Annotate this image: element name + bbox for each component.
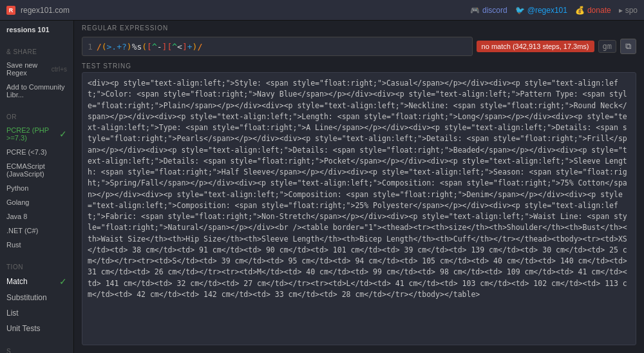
sidebar-item-list[interactable]: List	[0, 305, 73, 321]
test-string-header: TEST STRING	[82, 59, 636, 72]
share-section-label: & SHARE	[0, 42, 73, 58]
sidebar-item-python[interactable]: Python	[0, 181, 73, 195]
dotnet-label: .NET (C#)	[6, 227, 38, 234]
discord-label: discord	[482, 6, 507, 15]
content-area: REGULAR EXPRESSION 1 / ( >.+? ) %s ( [ ^…	[74, 21, 644, 353]
regex-char-class-2-close: ]	[182, 42, 187, 52]
regex-percent-s: %s	[132, 42, 142, 52]
spo-label: spo	[625, 6, 638, 15]
regex-bar: 1 / ( >.+? ) %s ( [ ^ - ] [ ^ < ] + ) / …	[74, 34, 644, 59]
spo-icon: ▸	[619, 6, 623, 15]
golang-label: Golang	[6, 198, 29, 206]
tools-section-label: S	[0, 341, 73, 353]
regex-dash: -	[157, 42, 162, 52]
regex-group-open: (	[102, 42, 107, 52]
save-regex-shortcut: ctrl+s	[52, 66, 67, 73]
sidebar-item-pcre2[interactable]: PCRE2 (PHP >=7.3) ✓	[0, 123, 73, 145]
sidebar-item-save-regex[interactable]: Save new Regex ctrl+s	[0, 58, 73, 80]
sidebar-item-unit-tests[interactable]: Unit Tests	[0, 321, 73, 336]
save-regex-label: Save new Regex	[6, 61, 52, 77]
regex-dot-plus: >.+?	[106, 42, 126, 52]
unit-tests-label: Unit Tests	[6, 324, 40, 333]
regex-caret: ^	[152, 42, 157, 52]
sidebar-item-add-community[interactable]: Add to Community Libr...	[0, 80, 73, 102]
regex-lt: <	[177, 42, 182, 52]
rust-label: Rust	[6, 241, 21, 249]
regex-group-open-2: (	[142, 42, 147, 52]
site-favicon: R	[6, 6, 15, 15]
regex-delimiter-open: /	[97, 42, 102, 52]
twitter-label: @regex101	[527, 6, 567, 15]
sidebar-item-golang[interactable]: Golang	[0, 195, 73, 209]
regex-flags-display[interactable]: gm	[598, 40, 616, 53]
sidebar-item-dotnet[interactable]: .NET (C#)	[0, 224, 73, 238]
regex-plus: +	[187, 42, 193, 52]
sidebar-item-expressions[interactable]: ressions 101	[0, 21, 73, 37]
discord-link[interactable]: 🎮 discord	[470, 6, 507, 15]
regex-char-class-close: ]	[162, 42, 167, 52]
twitter-link[interactable]: 🐦 @regex101	[515, 6, 567, 15]
ecmascript-label: ECMAScript (JavaScript)	[6, 162, 67, 178]
test-string-section: TEST STRING <div><p style="text-align:le…	[74, 59, 644, 353]
python-label: Python	[6, 184, 28, 192]
site-title: regex101.com	[21, 6, 70, 15]
twitter-icon: 🐦	[515, 6, 525, 15]
match-label: Match	[6, 277, 28, 286]
donate-label: donate	[587, 6, 611, 15]
sidebar-expressions-label: ressions 101	[6, 26, 50, 33]
java8-label: Java 8	[6, 213, 27, 220]
top-bar-right: 🎮 discord 🐦 @regex101 💰 donate ▸ spo	[470, 6, 638, 15]
main-layout: ressions 101 & SHARE Save new Regex ctrl…	[0, 21, 644, 353]
top-bar: R regex101.com 🎮 discord 🐦 @regex101 💰 d…	[0, 0, 644, 21]
pcre2-check: ✓	[59, 129, 67, 139]
regex-input[interactable]: 1 / ( >.+? ) %s ( [ ^ - ] [ ^ < ] + ) /	[82, 37, 473, 56]
flavor-section-label: OR	[0, 107, 73, 123]
sidebar-item-java8[interactable]: Java 8	[0, 209, 73, 224]
test-string-content[interactable]: <div><p style="text-align:left;">Style: …	[82, 72, 636, 345]
regex-delimiter-close: /	[197, 42, 202, 52]
sidebar-item-substitution[interactable]: Substitution	[0, 290, 73, 305]
regex-line-number: 1	[88, 42, 93, 52]
match-status-badge: no match (342,913 steps, 17.3ms)	[477, 41, 594, 52]
sidebar-item-ecmascript[interactable]: ECMAScript (JavaScript)	[0, 159, 73, 181]
regex-group-close-2: )	[193, 42, 198, 52]
mode-section-label: TION	[0, 257, 73, 273]
add-community-label: Add to Community Libr...	[6, 83, 67, 99]
substitution-label: Substitution	[6, 293, 47, 302]
copy-regex-button[interactable]: ⧉	[620, 39, 636, 54]
spo-link[interactable]: ▸ spo	[619, 6, 638, 15]
regex-group-close-1: )	[127, 42, 132, 52]
sidebar-item-match[interactable]: Match ✓	[0, 273, 73, 290]
donate-link[interactable]: 💰 donate	[575, 6, 611, 15]
regex-caret-2: ^	[172, 42, 177, 52]
pcre-label: PCRE (<7.3)	[6, 148, 47, 156]
match-check: ✓	[59, 276, 67, 287]
regex-char-class-open: [	[147, 42, 152, 52]
sidebar-item-pcre[interactable]: PCRE (<7.3)	[0, 145, 73, 159]
sidebar: ressions 101 & SHARE Save new Regex ctrl…	[0, 21, 74, 353]
discord-icon: 🎮	[470, 6, 480, 15]
sidebar-item-rust[interactable]: Rust	[0, 238, 73, 252]
regex-char-class-2-open: [	[167, 42, 172, 52]
regex-section-header: REGULAR EXPRESSION	[74, 21, 644, 34]
donate-icon: 💰	[575, 6, 585, 15]
top-bar-left: R regex101.com	[6, 6, 70, 15]
pcre2-label: PCRE2 (PHP >=7.3)	[6, 126, 59, 142]
list-label: List	[6, 309, 19, 318]
